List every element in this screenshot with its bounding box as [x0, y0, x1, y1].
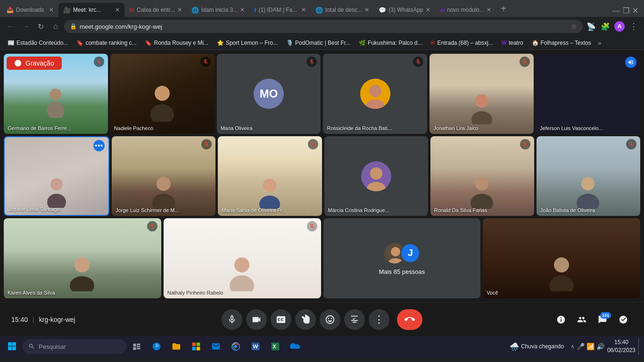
svg-rect-39 [197, 343, 200, 346]
menu-icon[interactable]: ⋮ [627, 20, 640, 33]
chat-button[interactable]: 101 [593, 310, 612, 329]
url-text: meet.google.com/krg-kogr-wej [80, 23, 568, 30]
tab-total[interactable]: 🌐 total de desc... ✕ [311, 3, 374, 17]
video-tile-mais[interactable]: J Mais 85 pessoas [323, 218, 481, 298]
tile-options-jozane[interactable]: ••• [93, 140, 105, 151]
taskbar: Pesquisar [0, 336, 644, 357]
lock-icon: 🔒 [70, 23, 77, 30]
tile-name-joao: João Batista de Oliveira [540, 207, 595, 213]
raise-hand-button[interactable] [295, 309, 316, 330]
camera-button[interactable] [246, 309, 267, 330]
close-icon[interactable]: ✕ [632, 6, 638, 15]
bookmark-fukushima[interactable]: 🌿 Fukushima: Palco d... [355, 39, 426, 47]
people-button[interactable] [572, 310, 591, 329]
tab-close-caixa-icon[interactable]: ✕ [177, 7, 182, 13]
tab-close-fb-icon[interactable]: ✕ [301, 7, 306, 13]
tab-label-total: total de desc... [325, 7, 362, 13]
task-view-button[interactable] [127, 337, 146, 356]
end-call-button[interactable] [397, 309, 422, 330]
forward-button[interactable]: → [19, 20, 32, 33]
tab-label-meet: Meet: krc... [73, 7, 113, 13]
weather-widget[interactable]: 🌧️ Chuva chegando [506, 341, 568, 352]
bookmark-folha[interactable]: 🏠 Folhapress – Textos [528, 39, 595, 47]
recording-badge: Gravação [7, 57, 62, 70]
bookmark-icon-fuk: 🌿 [359, 40, 366, 46]
taskbar-app-store[interactable] [187, 337, 206, 356]
bookmark-podomatic[interactable]: 🎙️ PodOmatic | Best Fr... [282, 39, 354, 47]
bookmark-icon[interactable]: ☆ [571, 23, 577, 30]
tab-close-total-icon[interactable]: ✕ [364, 7, 369, 13]
tile-name-maria-o: Maria Oliveira [221, 125, 253, 131]
back-button[interactable]: ← [4, 20, 17, 33]
reload-button[interactable]: ↻ [34, 20, 47, 33]
tab-caixa[interactable]: ✉ Caixa de entr... ✕ [124, 3, 187, 17]
tab-close-meet-icon[interactable]: ✕ [115, 7, 120, 13]
mic-sys-icon[interactable]: 🎤 [577, 343, 585, 350]
info-icon [556, 315, 566, 324]
network-icon[interactable]: 📶 [586, 343, 594, 350]
extensions-icon[interactable]: 🧩 [599, 20, 612, 33]
person-silhouette-germano [44, 87, 67, 118]
bookmark-entrada[interactable]: ✉ Entrada (68) – absxj... [427, 39, 496, 47]
taskbar-app-word[interactable]: W [246, 337, 265, 356]
activities-button[interactable] [614, 310, 633, 329]
bookmarks-more-icon[interactable]: » [598, 39, 602, 47]
arrow-up-icon[interactable]: ∧ [570, 343, 575, 350]
tab-close-icon[interactable]: ✕ [49, 7, 54, 13]
emoji-button[interactable] [320, 309, 340, 330]
start-button[interactable] [3, 337, 22, 356]
more-options-button[interactable]: ⋮ [369, 309, 389, 330]
activities-icon [619, 315, 628, 324]
chat-badge: 101 [600, 312, 611, 319]
tab-close-wa-icon[interactable]: ✕ [426, 7, 430, 13]
nav-bar: ← → ↻ ⌂ 🔒 meet.google.com/krg-kogr-wej ☆… [0, 17, 644, 36]
present-button[interactable] [344, 309, 365, 330]
tab-whatsapp[interactable]: 💬 (3) WhatsApp ✕ [374, 3, 435, 17]
svg-rect-34 [8, 342, 12, 346]
cast-icon[interactable]: 📡 [585, 20, 598, 33]
tab-meet[interactable]: 🎥 Meet: krc... ✕ [58, 3, 124, 17]
taskbar-app-onedrive[interactable] [286, 337, 305, 356]
tab-downloads[interactable]: 📥 Downloads ✕ [2, 3, 58, 17]
taskbar-search[interactable]: Pesquisar [23, 339, 126, 354]
tile-mute-karen [147, 221, 157, 231]
minimize-icon[interactable]: — [612, 7, 620, 15]
volume-icon[interactable]: 🔊 [596, 343, 604, 350]
tab-close-idam-icon[interactable]: ✕ [240, 7, 245, 13]
taskbar-app-chrome[interactable] [226, 337, 245, 356]
video-tile-ronald: Ronald Da Silva Farias [430, 136, 534, 216]
taskbar-clock[interactable]: 15:40 06/02/2023 [607, 338, 636, 354]
bookmark-sport[interactable]: ⭐ Sport Lemon – Fro... [213, 39, 281, 47]
taskbar-app-file[interactable] [167, 337, 186, 356]
bookmark-teatro[interactable]: W teatro [498, 39, 527, 47]
taskbar-app-excel[interactable]: X [266, 337, 285, 356]
new-tab-button[interactable]: + [496, 1, 511, 16]
person-jonathan [468, 91, 496, 124]
show-desktop-button[interactable] [638, 338, 641, 355]
profile-icon[interactable]: A [613, 20, 626, 33]
home-button[interactable]: ⌂ [49, 20, 62, 33]
tab-idam[interactable]: 🌐 Idam inicia 3... ✕ [187, 3, 249, 17]
mute-icon-9 [628, 141, 634, 147]
tab-novo[interactable]: w novo módulo... ✕ [435, 3, 496, 17]
word-icon: W [251, 342, 260, 351]
taskbar-app-mail[interactable] [206, 337, 225, 356]
bookmark-icon-ronda: 🔖 [145, 40, 152, 46]
svg-point-24 [577, 194, 599, 209]
info-button[interactable] [552, 310, 570, 329]
maximize-icon[interactable]: ❐ [623, 6, 629, 15]
bookmark-estadao[interactable]: 📰 Estadão Conteúdo... [4, 39, 72, 47]
mic-button[interactable] [222, 309, 242, 330]
window-controls: — ❐ ✕ [612, 6, 642, 15]
taskbar-app-edge[interactable] [147, 337, 166, 356]
tab-label: Downloads [16, 7, 47, 13]
weather-text: Chuva chegando [521, 343, 564, 350]
tab-close-novo-icon[interactable]: ✕ [487, 7, 491, 13]
file-explorer-icon [172, 342, 181, 351]
address-bar[interactable]: 🔒 meet.google.com/krg-kogr-wej ☆ [64, 20, 583, 33]
bookmark-combate[interactable]: 🔖 combate ranking c... [73, 39, 140, 47]
tab-facebook[interactable]: f (1) IDAM | Fa... ✕ [249, 3, 311, 17]
meet-controls: ⋮ [222, 309, 422, 330]
captions-button[interactable] [271, 309, 291, 330]
bookmark-ronda[interactable]: 🔖 Ronda Rousey e Mi... [141, 39, 212, 47]
